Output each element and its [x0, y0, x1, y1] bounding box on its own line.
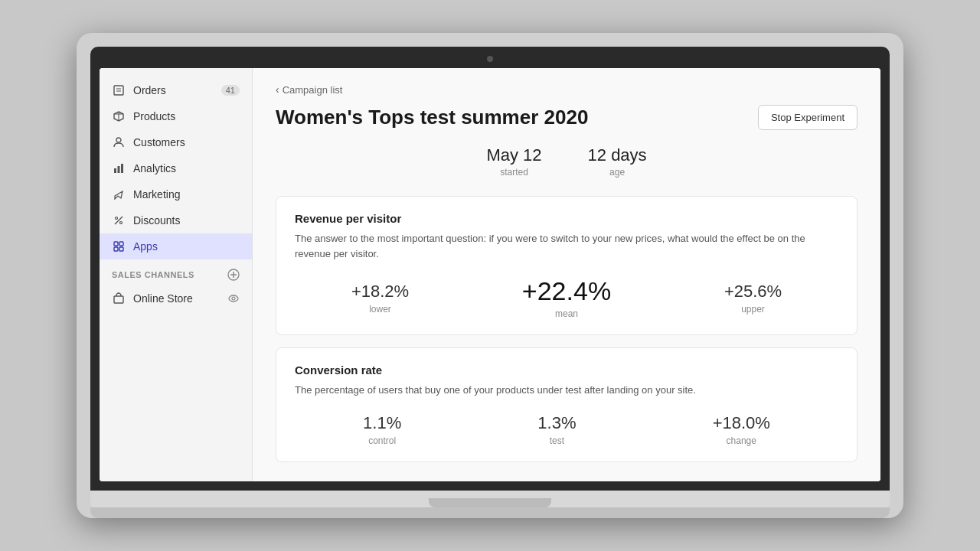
svg-point-11	[120, 222, 122, 224]
conversion-change-label: change	[713, 435, 770, 446]
revenue-mean-label: mean	[522, 308, 611, 319]
sidebar-item-orders[interactable]: Orders 41	[100, 77, 252, 103]
conversion-control-value: 1.1%	[363, 413, 401, 433]
sidebar-item-analytics[interactable]: Analytics	[100, 155, 252, 181]
conversion-stat-change: +18.0% change	[713, 413, 770, 446]
sidebar-item-apps[interactable]: Apps	[100, 233, 252, 259]
breadcrumb[interactable]: ‹ Campaign list	[276, 83, 858, 96]
revenue-card-title: Revenue per visitor	[295, 212, 838, 225]
sidebar-products-label: Products	[133, 110, 175, 122]
discounts-icon	[112, 214, 126, 227]
svg-rect-20	[114, 296, 123, 303]
svg-rect-15	[114, 247, 118, 251]
conversion-card-desc: The percentage of users that buy one of …	[295, 383, 838, 398]
sidebar-item-discounts[interactable]: Discounts	[100, 207, 252, 233]
revenue-upper-value: +25.6%	[724, 282, 782, 302]
svg-point-6	[116, 138, 121, 142]
laptop-frame: Orders 41 Products	[77, 33, 903, 518]
meta-age: 12 days age	[588, 145, 647, 178]
svg-line-12	[115, 217, 122, 224]
page-title: Women's Tops test summer 2020	[276, 106, 588, 129]
online-store-label: Online Store	[133, 292, 193, 305]
stop-experiment-button[interactable]: Stop Experiment	[758, 105, 858, 130]
revenue-lower-label: lower	[351, 304, 409, 315]
conversion-rate-card: Conversion rate The percentage of users …	[276, 347, 858, 462]
meta-started-value: May 12	[486, 145, 541, 165]
revenue-card-desc: The answer to the most important questio…	[295, 231, 838, 261]
sales-channels-section: SALES CHANNELS	[100, 259, 252, 285]
sales-channels-label: SALES CHANNELS	[112, 270, 194, 279]
screen-bezel: Orders 41 Products	[90, 47, 890, 491]
revenue-lower-value: +18.2%	[351, 282, 409, 302]
revenue-stat-lower: +18.2% lower	[351, 282, 409, 315]
sidebar-apps-label: Apps	[133, 240, 158, 253]
products-icon	[112, 109, 126, 123]
svg-rect-16	[119, 247, 123, 251]
camera	[487, 56, 493, 62]
analytics-icon	[112, 161, 126, 175]
svg-point-10	[116, 217, 118, 220]
sidebar-item-online-store[interactable]: Online Store	[100, 285, 252, 311]
screen: Orders 41 Products	[100, 68, 880, 481]
customers-icon	[112, 135, 126, 149]
sidebar-discounts-label: Discounts	[133, 214, 180, 227]
svg-rect-9	[121, 164, 123, 173]
conversion-stats-row: 1.1% control 1.3% test +18.0% change	[295, 413, 838, 446]
eye-icon[interactable]	[227, 292, 240, 305]
breadcrumb-chevron: ‹	[276, 83, 279, 96]
online-store-icon	[112, 292, 126, 305]
laptop-foot	[90, 507, 890, 518]
sidebar-orders-label: Orders	[133, 84, 166, 96]
sidebar-marketing-label: Marketing	[133, 188, 180, 201]
revenue-stats-row: +18.2% lower +22.4% mean +25.6% upper	[295, 276, 838, 319]
conversion-test-label: test	[537, 435, 576, 446]
apps-icon	[112, 240, 126, 253]
meta-started: May 12 started	[486, 145, 541, 178]
revenue-mean-value: +22.4%	[522, 276, 611, 306]
svg-rect-14	[119, 242, 123, 246]
conversion-stat-test: 1.3% test	[537, 413, 576, 446]
orders-badge: 41	[221, 85, 240, 96]
conversion-change-value: +18.0%	[713, 413, 770, 433]
svg-rect-0	[114, 86, 123, 95]
revenue-stat-upper: +25.6% upper	[724, 282, 782, 315]
sidebar-customers-label: Customers	[133, 136, 185, 148]
meta-age-label: age	[588, 167, 647, 178]
add-channel-button[interactable]	[227, 269, 240, 281]
svg-rect-8	[118, 166, 120, 173]
breadcrumb-label: Campaign list	[283, 84, 343, 96]
meta-started-label: started	[486, 167, 541, 178]
meta-age-value: 12 days	[588, 145, 647, 165]
svg-rect-13	[114, 242, 118, 246]
orders-icon	[112, 83, 126, 97]
meta-row: May 12 started 12 days age	[276, 145, 858, 178]
revenue-upper-label: upper	[724, 304, 782, 315]
sidebar-item-products[interactable]: Products	[100, 103, 252, 129]
marketing-icon	[112, 187, 126, 201]
sidebar-item-customers[interactable]: Customers	[100, 129, 252, 155]
revenue-per-visitor-card: Revenue per visitor The answer to the mo…	[276, 196, 858, 335]
sidebar-analytics-label: Analytics	[133, 162, 176, 174]
sidebar: Orders 41 Products	[100, 68, 253, 481]
main-content: ‹ Campaign list Women's Tops test summer…	[253, 68, 880, 481]
svg-point-21	[229, 295, 238, 302]
conversion-stat-control: 1.1% control	[363, 413, 401, 446]
svg-rect-7	[114, 168, 116, 173]
sidebar-item-marketing[interactable]: Marketing	[100, 181, 252, 207]
laptop-base	[90, 491, 890, 507]
conversion-control-label: control	[363, 435, 401, 446]
revenue-stat-mean: +22.4% mean	[522, 276, 611, 319]
page-header: Women's Tops test summer 2020 Stop Exper…	[276, 105, 858, 130]
conversion-card-title: Conversion rate	[295, 364, 838, 377]
svg-point-22	[232, 297, 235, 300]
conversion-test-value: 1.3%	[537, 413, 576, 433]
